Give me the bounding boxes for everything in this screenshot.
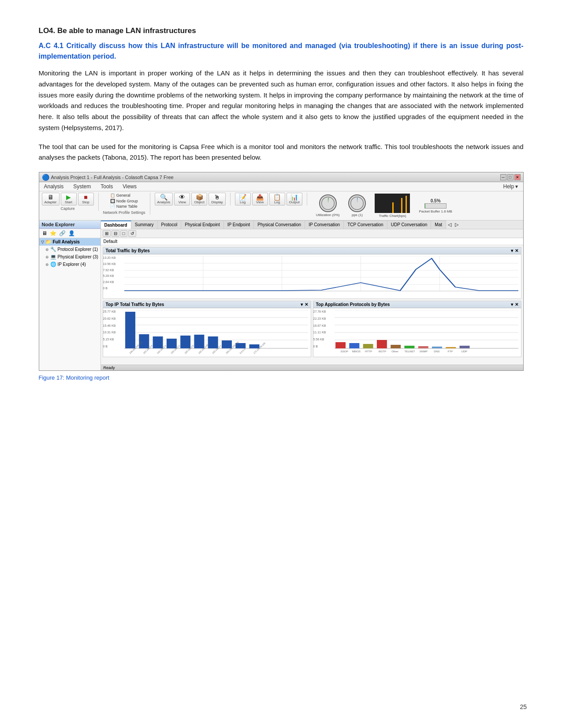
svg-text:DNS: DNS [434, 350, 439, 353]
tab-summary[interactable]: Summary [131, 220, 158, 229]
toolbar-network-profile-group: 📋 General 🔲 Node Group 📄 Name Table Netw… [103, 193, 150, 215]
svg-rect-29 [125, 312, 135, 348]
node-group-option[interactable]: 🔲 Node Group [110, 198, 138, 204]
tab-tcp-conversation[interactable]: TCP Conversation [344, 220, 387, 229]
svg-text:SSOP: SSOP [340, 350, 348, 353]
svg-text:SNMP: SNMP [419, 350, 427, 353]
y-label-0: 13.20 KB [103, 256, 120, 259]
utilization-gauge: Utilization (0%) [316, 194, 340, 217]
tree-physical-explorer[interactable]: ⊕ 💻 Physical Explorer (3) [39, 253, 100, 261]
tab-physical-conversation[interactable]: Physical Conversation [254, 220, 305, 229]
top-ip-chart-container: 25.77 KB 20.62 KB 15.46 KB 10.31 KB 5.15… [103, 308, 311, 357]
log-output-button[interactable]: 📤 View [252, 193, 268, 205]
svg-rect-5 [406, 196, 407, 213]
adapter-button[interactable]: 🖥 Adapter [42, 193, 60, 205]
dsb-btn-4[interactable]: ↺ [128, 230, 136, 237]
stop-button[interactable]: ■ Stop [78, 193, 94, 205]
svg-text:TELNET: TELNET [404, 350, 415, 353]
ne-btn-1[interactable]: 🖥 [41, 230, 48, 237]
analysis-button[interactable]: 🔍 Analysis [155, 193, 173, 205]
tab-udp-conversation[interactable]: UDP Conversation [387, 220, 432, 229]
object-button[interactable]: 📦 Object [191, 193, 207, 205]
figure-caption: Figure 17: Monitoring report [39, 374, 524, 381]
total-traffic-close[interactable]: ✕ [515, 248, 518, 253]
top-protocols-chart: SSOP NBIOS HTTP BGTP Other TELNET SNMP D… [335, 310, 518, 358]
svg-rect-57 [349, 343, 359, 348]
tab-physical-endpoint[interactable]: Physical Endpoint [181, 220, 224, 229]
svg-rect-33 [180, 336, 190, 348]
ne-btn-3[interactable]: 🔗 [58, 230, 67, 237]
svg-rect-3 [392, 202, 394, 213]
packet-buffer-percent: 0.5% [431, 198, 441, 203]
top-ip-header: Top IP Total Traffic by Bytes ▾ ✕ [103, 301, 311, 308]
menu-system[interactable]: System [72, 183, 92, 190]
y-label-1: 10.56 KB [103, 262, 120, 265]
capture-label: Capture [61, 206, 75, 211]
dsb-btn-3[interactable]: □ [120, 230, 127, 237]
svg-text:UDP: UDP [461, 350, 467, 353]
svg-rect-59 [376, 340, 387, 348]
tree-ip-explorer[interactable]: ⊕ 🌐 IP Explorer (4) [39, 261, 100, 268]
bar-charts-row: Top IP Total Traffic by Bytes ▾ ✕ 25.77 … [103, 301, 521, 357]
log-out-button[interactable]: 📊 Output [287, 193, 302, 205]
dsb-btn-2[interactable]: ⊟ [112, 230, 119, 237]
body-paragraph-1: Monitoring the LAN is important in prope… [39, 68, 524, 134]
maximize-button[interactable]: □ [507, 174, 514, 180]
menu-views[interactable]: Views [121, 183, 138, 190]
top-ip-pin[interactable]: ▾ [301, 302, 303, 307]
capsa-menubar: Analysis System Tools Views Help ▾ [39, 182, 523, 191]
log-log-button[interactable]: 📋 Log [269, 193, 285, 205]
top-protocols-pin[interactable]: ▾ [511, 302, 513, 307]
ne-btn-2[interactable]: ⭐ [49, 230, 57, 237]
tab-protocol[interactable]: Protocol [158, 220, 182, 229]
top-protocols-close[interactable]: ✕ [515, 302, 518, 307]
top-protocols-chart-container: 27.78 KB 22.23 KB 16.67 KB 11.11 KB 5.56… [313, 308, 521, 357]
name-table-option[interactable]: 📄 Name Table [110, 204, 138, 209]
pps-circle [348, 194, 366, 212]
menu-tools[interactable]: Tools [99, 183, 114, 190]
node-explorer-title: Node Explorer [39, 220, 100, 229]
proto-y-3: 11.11 KB [313, 331, 330, 334]
tree-protocol-explorer[interactable]: ⊕ 🔧 Protocol Explorer (1) [39, 246, 100, 253]
total-traffic-pin[interactable]: ▾ [511, 248, 513, 253]
total-traffic-chart: 17:49:33 17:49:43 17:49:53 17:50:03 17:5… [124, 256, 518, 296]
tabs-nav-right[interactable]: ▷ [453, 220, 460, 229]
toolbar-capture-group: 🖥 Adapter ▶ Start ■ Stop Capture [42, 193, 99, 211]
start-button[interactable]: ▶ Start [61, 193, 77, 205]
view-button[interactable]: 👁 View [174, 193, 190, 205]
dashboard-subtoolbar: ⊞ ⊟ □ ↺ [101, 229, 523, 238]
log-view-button[interactable]: 📝 Log [235, 193, 251, 205]
menu-help[interactable]: Help ▾ [502, 183, 519, 190]
dashboard-tabs: Dashboard Summary Protocol Physical Endp… [101, 220, 523, 229]
dsb-btn-1[interactable]: ⊞ [103, 230, 111, 237]
ip-y-0: 25.77 KB [103, 310, 120, 313]
tab-ip-conversation[interactable]: IP Conversation [305, 220, 344, 229]
packet-buffer-group: 0.5% Packet Buffer 1.6 MB [419, 198, 452, 213]
utilization-circle [319, 194, 337, 212]
top-ip-panel: Top IP Total Traffic by Bytes ▾ ✕ 25.77 … [103, 301, 311, 357]
proto-y-5: 0 B [313, 345, 330, 348]
tree-full-analysis[interactable]: ▽ 📁 Full Analysis [39, 238, 100, 246]
ip-y-4: 5.15 KB [103, 338, 120, 341]
svg-rect-63 [432, 347, 442, 348]
toolbar-analysis-group: 🔍 Analysis 👁 View 📦 Object 🖱 Display [155, 193, 231, 205]
svg-rect-34 [194, 335, 204, 348]
top-protocols-header: Top Application Protocols by Bytes ▾ ✕ [313, 301, 521, 308]
general-option[interactable]: 📋 General [110, 193, 138, 198]
tab-mat[interactable]: Mat [431, 220, 446, 229]
tab-dashboard[interactable]: Dashboard [101, 220, 131, 229]
node-explorer-panel: Node Explorer 🖥 ⭐ 🔗 👤 ▽ 📁 Full Analysis … [39, 220, 101, 370]
tabs-nav-left[interactable]: ◁ [446, 220, 453, 229]
ne-btn-4[interactable]: 👤 [67, 230, 76, 237]
close-button[interactable]: ✕ [514, 174, 521, 180]
dashboard-panel: Dashboard Summary Protocol Physical Endp… [101, 220, 523, 370]
top-ip-chart: 239.255.255.250 192.168.0.4 192.168.0.3 … [124, 310, 308, 358]
packet-buffer-label: Packet Buffer 1.6 MB [419, 209, 452, 213]
svg-rect-65 [459, 346, 469, 348]
top-ip-close[interactable]: ✕ [305, 302, 308, 307]
minimize-button[interactable]: ─ [500, 174, 506, 180]
capsa-toolbar: 🖥 Adapter ▶ Start ■ Stop Capture [39, 191, 523, 220]
menu-analysis[interactable]: Analysis [43, 183, 65, 190]
display-button[interactable]: 🖱 Display [208, 193, 225, 205]
tab-ip-endpoint[interactable]: IP Endpoint [224, 220, 254, 229]
